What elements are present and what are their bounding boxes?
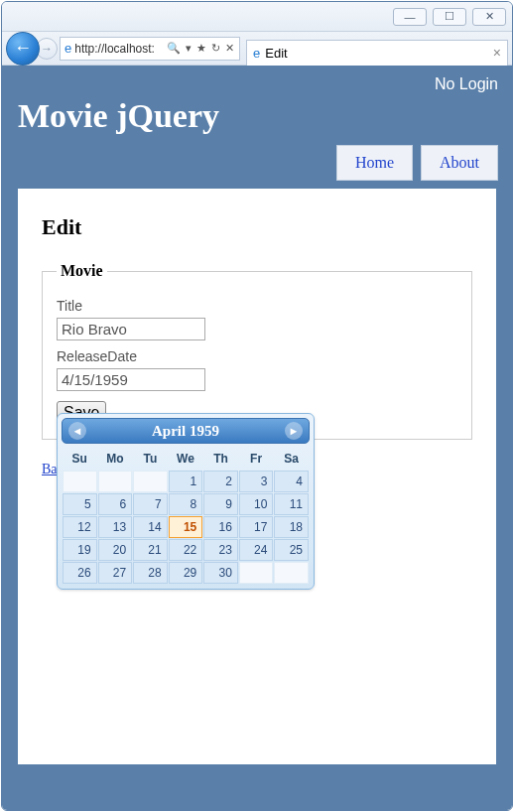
calendar-day[interactable]: 10 [239, 493, 274, 515]
datepicker-title: April 1959 [152, 423, 219, 440]
calendar-day[interactable]: 24 [239, 539, 274, 561]
calendar-day[interactable]: 23 [203, 539, 238, 561]
calendar-day[interactable]: 8 [169, 493, 203, 515]
calendar-day[interactable]: 27 [98, 562, 133, 584]
releasedate-input[interactable] [57, 368, 205, 391]
calendar-day[interactable]: 6 [98, 493, 133, 515]
dow-header: Fr [239, 448, 274, 470]
calendar-day[interactable]: 2 [203, 471, 238, 492]
calendar-day[interactable]: 26 [63, 562, 97, 584]
page-body: No Login Movie jQuery Home About Edit Mo… [2, 66, 512, 810]
close-window-button[interactable]: ✕ [472, 8, 506, 26]
browser-window: — ☐ ✕ → e http://localhost: 🔍 ▾ ★ ↻ ✕ e … [1, 1, 513, 811]
ie-icon: e [64, 41, 71, 56]
dow-header: Su [63, 448, 97, 470]
ie-icon: e [253, 46, 260, 61]
calendar-empty-cell [63, 471, 97, 492]
calendar-day[interactable]: 17 [239, 516, 274, 538]
dropdown-icon[interactable]: ▾ [185, 42, 193, 55]
calendar-day[interactable]: 21 [133, 539, 168, 561]
title-label: Title [57, 298, 457, 314]
back-button[interactable] [6, 32, 40, 66]
browser-tab[interactable]: e Edit × [246, 40, 508, 66]
next-month-button[interactable]: ► [285, 422, 303, 440]
calendar-day[interactable]: 1 [169, 471, 203, 492]
calendar-day[interactable]: 28 [133, 562, 168, 584]
calendar-grid: SuMoTuWeThFrSa 1234567891011121314151617… [62, 447, 310, 585]
calendar-day[interactable]: 12 [63, 516, 97, 538]
calendar-empty-cell [98, 471, 133, 492]
calendar-day[interactable]: 3 [239, 471, 274, 492]
url-text: http://localhost: [74, 42, 163, 56]
calendar-day[interactable]: 15 [169, 516, 203, 538]
content-panel: Edit Movie Title ReleaseDate ◄ April 195… [18, 189, 496, 764]
calendar-day[interactable]: 5 [63, 493, 97, 515]
tab-title: Edit [265, 46, 287, 61]
calendar-day[interactable]: 9 [203, 493, 238, 515]
calendar-day[interactable]: 29 [169, 562, 203, 584]
dow-header: Sa [274, 448, 309, 470]
calendar-day[interactable]: 7 [133, 493, 168, 515]
calendar-day[interactable]: 14 [133, 516, 168, 538]
prev-month-button[interactable]: ◄ [68, 422, 86, 440]
dow-header: Tu [133, 448, 168, 470]
dow-header: Mo [98, 448, 133, 470]
calendar-day[interactable]: 13 [98, 516, 133, 538]
titlebar: — ☐ ✕ [2, 2, 512, 32]
calendar-day[interactable]: 22 [169, 539, 203, 561]
calendar-empty-cell [239, 562, 274, 584]
address-bar: → e http://localhost: 🔍 ▾ ★ ↻ ✕ e Edit × [2, 32, 512, 66]
nav-about[interactable]: About [421, 145, 498, 181]
stop-icon[interactable]: ✕ [224, 42, 235, 55]
calendar-day[interactable]: 25 [274, 539, 309, 561]
fieldset-legend: Movie [57, 262, 107, 280]
favorites-icon[interactable]: ★ [195, 42, 207, 55]
title-input[interactable] [57, 318, 205, 340]
dow-header: Th [203, 448, 238, 470]
main-nav: Home About [8, 145, 506, 189]
login-status[interactable]: No Login [8, 71, 506, 93]
calendar-day[interactable]: 30 [203, 562, 238, 584]
movie-fieldset: Movie Title ReleaseDate ◄ April 1959 ► S… [42, 262, 472, 440]
calendar-day[interactable]: 19 [63, 539, 97, 561]
calendar-day[interactable]: 16 [203, 516, 238, 538]
nav-home[interactable]: Home [336, 145, 413, 181]
tab-close-icon[interactable]: × [493, 45, 501, 61]
calendar-day[interactable]: 11 [274, 493, 309, 515]
maximize-button[interactable]: ☐ [433, 8, 466, 26]
calendar-day[interactable]: 20 [98, 539, 133, 561]
page-title: Edit [42, 214, 472, 240]
datepicker: ◄ April 1959 ► SuMoTuWeThFrSa 1234567891… [57, 413, 315, 590]
url-field[interactable]: e http://localhost: 🔍 ▾ ★ ↻ ✕ [60, 37, 240, 61]
calendar-empty-cell [133, 471, 168, 492]
calendar-empty-cell [274, 562, 309, 584]
site-brand: Movie jQuery [8, 93, 506, 145]
datepicker-header: ◄ April 1959 ► [62, 418, 310, 444]
calendar-day[interactable]: 18 [274, 516, 309, 538]
refresh-icon[interactable]: ↻ [210, 42, 221, 55]
minimize-button[interactable]: — [393, 8, 427, 26]
search-icon[interactable]: 🔍 [166, 42, 182, 55]
calendar-day[interactable]: 4 [274, 471, 309, 492]
releasedate-label: ReleaseDate [57, 348, 457, 364]
dow-header: We [169, 448, 203, 470]
